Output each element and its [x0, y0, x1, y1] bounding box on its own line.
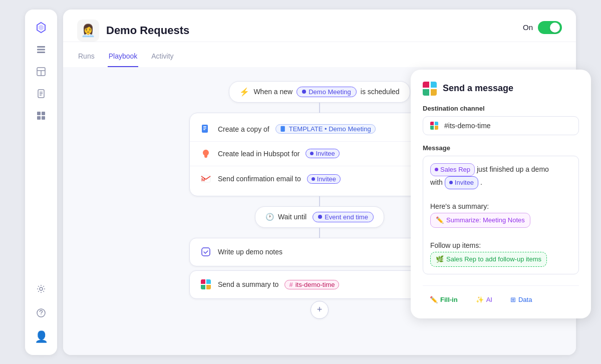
svg-rect-10	[37, 112, 41, 115]
svg-text:M: M	[201, 177, 205, 182]
message-field: Message Sales Rep just finished up a dem…	[423, 144, 579, 275]
trigger-prefix: When a new	[253, 88, 292, 96]
wait-prefix: Wait until	[278, 213, 307, 221]
workflow-emoji: 👩‍💼	[77, 20, 99, 42]
toggle-label: On	[523, 23, 533, 32]
salesrep-followup-tag[interactable]: 🌿 Sales Rep to add follow-up items	[430, 252, 547, 267]
right-panel-header: Send a message	[423, 82, 579, 96]
tab-playbook[interactable]: Playbook	[108, 46, 139, 67]
event-end-tag[interactable]: Event end time	[313, 212, 374, 222]
invitee-tag-1[interactable]: Invitee	[306, 149, 339, 158]
svg-rect-17	[202, 125, 208, 133]
wait-block[interactable]: 🕐 Wait until Event end time	[255, 206, 384, 228]
trigger-block[interactable]: ⚡ When a new Demo Meeting is scheduled	[229, 81, 410, 103]
svg-rect-0	[37, 46, 45, 48]
sidebar-item-grid[interactable]	[31, 106, 51, 126]
sidebar-item-document[interactable]	[31, 84, 51, 104]
trigger-suffix: is scheduled	[361, 88, 400, 96]
connector-3	[319, 228, 320, 238]
svg-point-16	[41, 314, 42, 315]
tab-activity[interactable]: Activity	[150, 46, 174, 67]
follow-up-label: Follow up items:	[430, 241, 481, 249]
trigger-tag-dot	[302, 90, 306, 94]
heres-summary: Here's a summary:	[430, 202, 489, 210]
send-summary-prefix: Send a summary to	[218, 280, 278, 288]
sales-rep-tag[interactable]: Sales Rep	[430, 163, 475, 176]
connector-1	[319, 103, 320, 113]
right-panel-footer: ✏️ Fill-in ✨ AI ⊞ Data	[423, 285, 579, 306]
svg-rect-13	[42, 116, 45, 120]
data-button[interactable]: ⊞ Data	[503, 293, 539, 306]
trigger-tag[interactable]: Demo Meeting	[296, 87, 357, 97]
ai-icon: ✨	[476, 296, 484, 303]
svg-rect-27	[202, 248, 210, 256]
help-icon[interactable]	[31, 303, 51, 323]
channel-value: #its-demo-time	[444, 122, 491, 130]
add-step-button[interactable]: +	[311, 301, 329, 319]
copy-prefix: Create a copy of	[218, 125, 269, 133]
gmail-icon: M	[200, 173, 212, 185]
ai-button[interactable]: ✨ AI	[469, 293, 499, 306]
send-message-panel: Send a message Destination channel #its-…	[411, 70, 591, 319]
sidebar: 👤	[25, 10, 57, 355]
hubspot-icon	[200, 148, 212, 160]
invitee-tag-msg[interactable]: Invitee	[445, 176, 478, 189]
svg-rect-1	[37, 49, 45, 50]
user-avatar[interactable]: 👤	[31, 327, 51, 347]
wait-icon: 🕐	[265, 213, 274, 221]
svg-rect-21	[280, 126, 284, 131]
tab-runs[interactable]: Runs	[77, 46, 96, 67]
slack-icon-small	[200, 278, 212, 290]
tabs-bar: Runs Playbook Activity	[63, 46, 576, 67]
svg-rect-12	[37, 116, 41, 120]
sidebar-item-layers[interactable]	[31, 40, 51, 60]
sidebar-logo[interactable]	[31, 18, 51, 38]
settings-icon[interactable]	[31, 279, 51, 299]
slack-logo-large	[423, 82, 437, 96]
fill-icon: ✏️	[430, 296, 438, 303]
svg-rect-20	[203, 129, 205, 130]
message-content[interactable]: Sales Rep just finished up a demowith In…	[423, 156, 579, 275]
email-prefix: Send confirmation email to	[218, 175, 301, 183]
channel-tag[interactable]: # its-demo-time	[284, 280, 339, 289]
connector-2	[319, 196, 320, 206]
template-tag[interactable]: TEMPLATE • Demo Meeting	[275, 124, 376, 134]
right-panel-title: Send a message	[443, 83, 513, 94]
summarize-tag[interactable]: ✏️ Summarize: Meeting Notes	[430, 213, 530, 228]
doc-icon	[200, 123, 212, 135]
hubspot-prefix: Create lead in Hubspot for	[218, 150, 299, 158]
workflow-title: Demo Requests	[106, 24, 189, 37]
invitee-tag-2[interactable]: Invitee	[307, 174, 341, 184]
svg-rect-19	[203, 128, 206, 129]
destination-field: Destination channel #its-demo-time	[423, 105, 579, 135]
destination-label: Destination channel	[423, 105, 579, 112]
svg-point-14	[40, 287, 43, 290]
message-label: Message	[423, 144, 579, 152]
fill-in-button[interactable]: ✏️ Fill-in	[423, 293, 465, 306]
svg-rect-18	[203, 126, 206, 127]
svg-rect-11	[42, 112, 45, 115]
toggle-area: On	[523, 21, 562, 34]
svg-rect-22	[205, 157, 207, 158]
active-toggle[interactable]	[538, 21, 562, 34]
svg-rect-2	[37, 52, 45, 53]
data-icon: ⊞	[510, 296, 516, 303]
panel-header: 👩‍💼 Demo Requests On	[63, 10, 576, 42]
checkbox-icon	[200, 246, 212, 258]
slack-icon-channel	[430, 122, 438, 130]
sidebar-item-layout[interactable]	[31, 62, 51, 82]
write-notes-text: Write up demo notes	[218, 248, 282, 256]
channel-input[interactable]: #its-demo-time	[423, 116, 579, 135]
trigger-icon: ⚡	[239, 87, 249, 97]
